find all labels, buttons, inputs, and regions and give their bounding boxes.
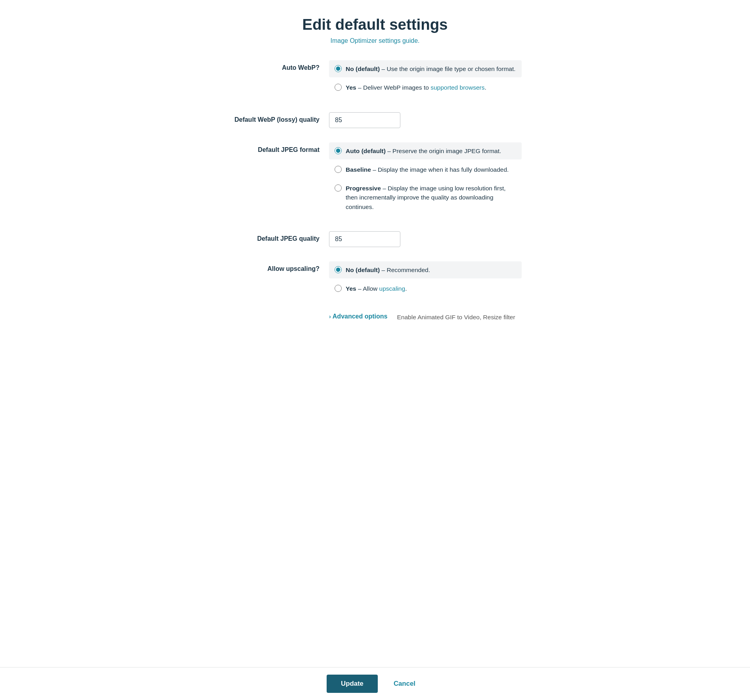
advanced-options-toggle-button[interactable]: › Advanced options (329, 313, 387, 320)
auto-webp-no-bold: No (default) (346, 65, 380, 72)
auto-webp-yes-radio[interactable] (335, 84, 342, 91)
auto-webp-label: Auto WebP? (228, 60, 320, 71)
page-wrapper: Edit default settings Image Optimizer se… (220, 0, 530, 383)
jpeg-baseline-label: Baseline – Display the image when it has… (346, 165, 509, 174)
allow-upscaling-label: Allow upscaling? (228, 261, 320, 272)
supported-browsers-link[interactable]: supported browsers (430, 84, 484, 91)
webp-quality-label: Default WebP (lossy) quality (228, 112, 320, 123)
jpeg-format-control: Auto (default) – Preserve the origin ima… (329, 142, 522, 217)
allow-upscaling-section: Allow upscaling? No (default) – Recommen… (228, 261, 522, 299)
upscaling-no-bold: No (default) (346, 267, 380, 273)
advanced-options-row: › Advanced options Enable Animated GIF t… (228, 313, 522, 321)
auto-webp-no-radio[interactable] (335, 65, 342, 72)
auto-webp-no-label: No (default) – Use the origin image file… (346, 64, 516, 73)
advanced-options-description: Enable Animated GIF to Video, Resize fil… (397, 313, 522, 321)
upscaling-yes-bold: Yes (346, 285, 356, 292)
jpeg-quality-input[interactable] (329, 231, 400, 247)
subtitle-link[interactable]: Image Optimizer settings guide. (228, 37, 522, 44)
page-title: Edit default settings (228, 16, 522, 33)
upscaling-yes-label: Yes – Allow upscaling. (346, 284, 407, 293)
upscaling-yes-radio[interactable] (335, 285, 342, 292)
jpeg-quality-label: Default JPEG quality (228, 231, 320, 242)
jpeg-progressive-option[interactable]: Progressive – Display the image using lo… (329, 180, 522, 215)
jpeg-baseline-option[interactable]: Baseline – Display the image when it has… (329, 161, 522, 178)
jpeg-quality-section: Default JPEG quality (228, 231, 522, 247)
webp-quality-control (329, 112, 522, 128)
advanced-options-toggle-label: Advanced options (333, 313, 388, 320)
jpeg-format-label: Default JPEG format (228, 142, 320, 153)
auto-webp-section: Auto WebP? No (default) – Use the origin… (228, 60, 522, 98)
upscaling-yes-option[interactable]: Yes – Allow upscaling. (329, 280, 522, 297)
jpeg-auto-option[interactable]: Auto (default) – Preserve the origin ima… (329, 142, 522, 159)
upscaling-no-label: No (default) – Recommended. (346, 265, 430, 274)
auto-webp-yes-label: Yes – Deliver WebP images to supported b… (346, 83, 486, 92)
upscaling-no-option[interactable]: No (default) – Recommended. (329, 261, 522, 278)
jpeg-progressive-radio[interactable] (335, 184, 342, 192)
auto-webp-yes-option[interactable]: Yes – Deliver WebP images to supported b… (329, 79, 522, 96)
jpeg-quality-control (329, 231, 522, 247)
jpeg-baseline-bold: Baseline (346, 166, 371, 173)
allow-upscaling-control: No (default) – Recommended. Yes – Allow … (329, 261, 522, 299)
auto-webp-control: No (default) – Use the origin image file… (329, 60, 522, 98)
webp-quality-section: Default WebP (lossy) quality (228, 112, 522, 128)
jpeg-progressive-label: Progressive – Display the image using lo… (346, 184, 516, 211)
jpeg-baseline-radio[interactable] (335, 166, 342, 173)
upscaling-link[interactable]: upscaling (379, 285, 406, 292)
advanced-options-chevron-icon: › (329, 313, 331, 320)
upscaling-no-radio[interactable] (335, 266, 342, 273)
jpeg-auto-label: Auto (default) – Preserve the origin ima… (346, 146, 501, 155)
webp-quality-input[interactable] (329, 112, 400, 128)
jpeg-auto-bold: Auto (default) (346, 148, 386, 154)
jpeg-format-section: Default JPEG format Auto (default) – Pre… (228, 142, 522, 217)
auto-webp-no-option[interactable]: No (default) – Use the origin image file… (329, 60, 522, 77)
jpeg-progressive-bold: Progressive (346, 185, 381, 192)
jpeg-auto-radio[interactable] (335, 147, 342, 154)
auto-webp-yes-bold: Yes (346, 84, 356, 91)
